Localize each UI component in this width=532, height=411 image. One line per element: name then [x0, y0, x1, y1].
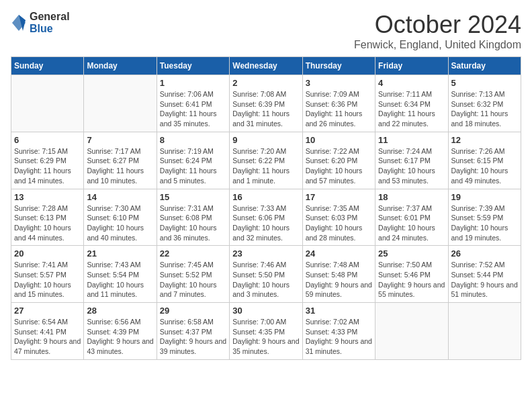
calendar-header: SundayMondayTuesdayWednesdayThursdayFrid…	[11, 57, 521, 75]
day-info: Sunrise: 7:31 AMSunset: 6:08 PMDaylight:…	[160, 203, 226, 243]
day-info: Sunrise: 7:02 AMSunset: 4:33 PMDaylight:…	[306, 317, 372, 357]
header-day-thursday: Thursday	[302, 57, 375, 75]
day-cell: 7Sunrise: 7:17 AMSunset: 6:27 PMDaylight…	[84, 132, 157, 189]
day-cell: 11Sunrise: 7:24 AMSunset: 6:17 PMDayligh…	[375, 132, 448, 189]
day-number: 16	[232, 192, 299, 202]
day-info: Sunrise: 7:28 AMSunset: 6:13 PMDaylight:…	[14, 203, 81, 243]
day-number: 27	[14, 306, 81, 316]
week-row-2: 13Sunrise: 7:28 AMSunset: 6:13 PMDayligh…	[11, 189, 521, 246]
day-cell	[375, 303, 448, 360]
day-info: Sunrise: 7:11 AMSunset: 6:34 PMDaylight:…	[378, 89, 445, 129]
day-info: Sunrise: 7:48 AMSunset: 5:48 PMDaylight:…	[306, 260, 372, 300]
week-row-4: 27Sunrise: 6:54 AMSunset: 4:41 PMDayligh…	[11, 303, 521, 360]
day-cell: 9Sunrise: 7:20 AMSunset: 6:22 PMDaylight…	[230, 132, 302, 189]
day-info: Sunrise: 7:30 AMSunset: 6:10 PMDaylight:…	[87, 203, 153, 243]
day-number: 15	[160, 192, 226, 202]
day-cell: 2Sunrise: 7:08 AMSunset: 6:39 PMDaylight…	[230, 75, 302, 132]
header-day-tuesday: Tuesday	[157, 57, 229, 75]
day-cell: 16Sunrise: 7:33 AMSunset: 6:06 PMDayligh…	[230, 189, 302, 246]
day-number: 22	[160, 248, 226, 259]
day-cell: 13Sunrise: 7:28 AMSunset: 6:13 PMDayligh…	[11, 189, 84, 246]
day-number: 3	[306, 78, 372, 88]
day-info: Sunrise: 7:06 AMSunset: 6:41 PMDaylight:…	[160, 89, 226, 129]
week-row-3: 20Sunrise: 7:41 AMSunset: 5:57 PMDayligh…	[11, 246, 521, 303]
day-cell: 27Sunrise: 6:54 AMSunset: 4:41 PMDayligh…	[11, 303, 84, 360]
day-number: 25	[378, 248, 445, 259]
month-title: October 2024	[354, 11, 521, 39]
day-cell	[448, 303, 521, 360]
day-number: 11	[378, 135, 445, 145]
header-row: SundayMondayTuesdayWednesdayThursdayFrid…	[11, 57, 521, 75]
day-number: 6	[14, 135, 81, 145]
calendar-body: 1Sunrise: 7:06 AMSunset: 6:41 PMDaylight…	[11, 75, 521, 360]
calendar-table: SundayMondayTuesdayWednesdayThursdayFrid…	[11, 56, 521, 360]
day-cell: 6Sunrise: 7:15 AMSunset: 6:29 PMDaylight…	[11, 132, 84, 189]
day-cell	[11, 75, 84, 132]
day-number: 29	[160, 306, 226, 316]
day-number: 5	[451, 78, 518, 88]
logo-icon	[11, 13, 27, 32]
day-cell: 17Sunrise: 7:35 AMSunset: 6:03 PMDayligh…	[302, 189, 375, 246]
day-cell: 18Sunrise: 7:37 AMSunset: 6:01 PMDayligh…	[375, 189, 448, 246]
day-info: Sunrise: 6:54 AMSunset: 4:41 PMDaylight:…	[14, 317, 81, 357]
page-header: General Blue October 2024 Fenwick, Engla…	[11, 11, 521, 51]
day-info: Sunrise: 7:33 AMSunset: 6:06 PMDaylight:…	[232, 203, 299, 243]
day-info: Sunrise: 7:35 AMSunset: 6:03 PMDaylight:…	[306, 203, 372, 243]
week-row-0: 1Sunrise: 7:06 AMSunset: 6:41 PMDaylight…	[11, 75, 521, 132]
day-info: Sunrise: 7:41 AMSunset: 5:57 PMDaylight:…	[14, 260, 81, 300]
day-cell: 12Sunrise: 7:26 AMSunset: 6:15 PMDayligh…	[448, 132, 521, 189]
week-row-1: 6Sunrise: 7:15 AMSunset: 6:29 PMDaylight…	[11, 132, 521, 189]
day-info: Sunrise: 6:56 AMSunset: 4:39 PMDaylight:…	[87, 317, 153, 357]
day-cell: 10Sunrise: 7:22 AMSunset: 6:20 PMDayligh…	[302, 132, 375, 189]
day-number: 21	[87, 248, 153, 259]
logo-general: General	[30, 11, 70, 23]
day-cell: 8Sunrise: 7:19 AMSunset: 6:24 PMDaylight…	[157, 132, 229, 189]
day-info: Sunrise: 7:00 AMSunset: 4:35 PMDaylight:…	[232, 317, 299, 357]
day-info: Sunrise: 7:19 AMSunset: 6:24 PMDaylight:…	[160, 146, 226, 186]
day-info: Sunrise: 7:22 AMSunset: 6:20 PMDaylight:…	[306, 146, 372, 186]
day-cell: 20Sunrise: 7:41 AMSunset: 5:57 PMDayligh…	[11, 246, 84, 303]
day-number: 14	[87, 192, 153, 202]
day-number: 2	[232, 78, 299, 88]
day-number: 30	[232, 306, 299, 316]
header-day-sunday: Sunday	[11, 57, 84, 75]
day-cell: 3Sunrise: 7:09 AMSunset: 6:36 PMDaylight…	[302, 75, 375, 132]
day-info: Sunrise: 7:52 AMSunset: 5:44 PMDaylight:…	[451, 260, 518, 300]
day-cell: 15Sunrise: 7:31 AMSunset: 6:08 PMDayligh…	[157, 189, 229, 246]
day-number: 19	[451, 192, 518, 202]
header-day-wednesday: Wednesday	[230, 57, 302, 75]
day-number: 13	[14, 192, 81, 202]
day-number: 18	[378, 192, 445, 202]
day-info: Sunrise: 7:17 AMSunset: 6:27 PMDaylight:…	[87, 146, 153, 186]
day-info: Sunrise: 7:26 AMSunset: 6:15 PMDaylight:…	[451, 146, 518, 186]
day-cell: 19Sunrise: 7:39 AMSunset: 5:59 PMDayligh…	[448, 189, 521, 246]
day-cell: 22Sunrise: 7:45 AMSunset: 5:52 PMDayligh…	[157, 246, 229, 303]
day-info: Sunrise: 7:15 AMSunset: 6:29 PMDaylight:…	[14, 146, 81, 186]
logo: General Blue	[11, 11, 70, 34]
day-cell: 29Sunrise: 6:58 AMSunset: 4:37 PMDayligh…	[157, 303, 229, 360]
day-cell: 26Sunrise: 7:52 AMSunset: 5:44 PMDayligh…	[448, 246, 521, 303]
day-cell: 31Sunrise: 7:02 AMSunset: 4:33 PMDayligh…	[302, 303, 375, 360]
day-info: Sunrise: 7:09 AMSunset: 6:36 PMDaylight:…	[306, 89, 372, 129]
day-number: 28	[87, 306, 153, 316]
day-info: Sunrise: 7:50 AMSunset: 5:46 PMDaylight:…	[378, 260, 445, 300]
day-info: Sunrise: 7:08 AMSunset: 6:39 PMDaylight:…	[232, 89, 299, 129]
header-day-saturday: Saturday	[448, 57, 521, 75]
day-number: 23	[232, 248, 299, 259]
day-number: 24	[306, 248, 372, 259]
day-number: 4	[378, 78, 445, 88]
day-info: Sunrise: 7:24 AMSunset: 6:17 PMDaylight:…	[378, 146, 445, 186]
day-cell: 21Sunrise: 7:43 AMSunset: 5:54 PMDayligh…	[84, 246, 157, 303]
day-number: 10	[306, 135, 372, 145]
day-cell: 24Sunrise: 7:48 AMSunset: 5:48 PMDayligh…	[302, 246, 375, 303]
header-day-monday: Monday	[84, 57, 157, 75]
day-number: 8	[160, 135, 226, 145]
day-info: Sunrise: 7:43 AMSunset: 5:54 PMDaylight:…	[87, 260, 153, 300]
day-number: 26	[451, 248, 518, 259]
title-block: October 2024 Fenwick, England, United Ki…	[354, 11, 521, 51]
day-number: 17	[306, 192, 372, 202]
location: Fenwick, England, United Kingdom	[354, 39, 521, 51]
day-number: 31	[306, 306, 372, 316]
day-info: Sunrise: 7:37 AMSunset: 6:01 PMDaylight:…	[378, 203, 445, 243]
day-cell: 23Sunrise: 7:46 AMSunset: 5:50 PMDayligh…	[230, 246, 302, 303]
